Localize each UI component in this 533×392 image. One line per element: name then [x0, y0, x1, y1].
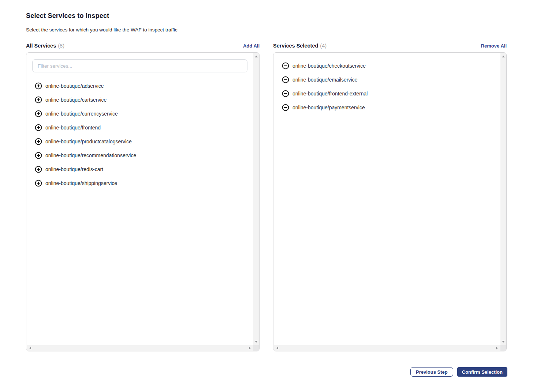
scroll-right-arrow-icon[interactable] [496, 347, 498, 350]
page-subtitle: Select the services for which you would … [26, 27, 507, 33]
all-services-title: All Services(8) [26, 43, 64, 49]
service-columns: All Services(8) Add All online-boutique/… [26, 43, 507, 351]
scroll-up-arrow-icon[interactable] [255, 56, 258, 57]
selected-services-column: Services Selected(4) Remove All online-b… [273, 43, 507, 351]
plus-circle-icon[interactable] [35, 152, 42, 159]
scroll-down-arrow-icon[interactable] [255, 341, 258, 343]
service-label: online-boutique/frontend [45, 125, 101, 131]
scrollbar-corner [253, 345, 259, 351]
service-label: online-boutique/emailservice [292, 77, 357, 83]
scroll-up-arrow-icon[interactable] [502, 56, 505, 57]
confirm-selection-button[interactable]: Confirm Selection [457, 367, 507, 377]
service-row[interactable]: online-boutique/productcatalogservice [26, 137, 254, 146]
minus-circle-icon[interactable] [282, 62, 289, 69]
all-services-vertical-scrollbar[interactable] [253, 53, 259, 345]
selected-services-horizontal-scrollbar[interactable] [274, 345, 500, 351]
previous-step-button[interactable]: Previous Step [410, 367, 453, 377]
service-row[interactable]: online-boutique/paymentservice [273, 103, 501, 112]
service-row[interactable]: online-boutique/checkoutservice [273, 61, 501, 70]
page-title: Select Services to Inspect [26, 12, 507, 20]
selected-services-title-text: Services Selected [273, 43, 318, 49]
selected-services-panel: online-boutique/checkoutservice online-b… [273, 52, 507, 351]
minus-circle-icon[interactable] [282, 90, 289, 97]
all-services-header: All Services(8) Add All [26, 43, 260, 49]
minus-circle-icon[interactable] [282, 104, 289, 111]
service-row[interactable]: online-boutique/frontend-external [273, 89, 501, 98]
service-label: online-boutique/redis-cart [45, 166, 103, 172]
plus-circle-icon[interactable] [35, 82, 42, 90]
service-row[interactable]: online-boutique/cartservice [26, 95, 254, 104]
service-label: online-boutique/recommendationservice [45, 152, 136, 158]
service-row[interactable]: online-boutique/redis-cart [26, 165, 254, 174]
all-services-panel-content: online-boutique/adservice online-boutiqu… [26, 53, 254, 346]
all-services-count: (8) [58, 43, 64, 49]
plus-circle-icon[interactable] [35, 166, 42, 173]
service-label: online-boutique/cartservice [45, 97, 107, 103]
scroll-left-arrow-icon[interactable] [29, 347, 31, 350]
plus-circle-icon[interactable] [35, 180, 42, 187]
scroll-left-arrow-icon[interactable] [276, 347, 278, 350]
all-services-column: All Services(8) Add All online-boutique/… [26, 43, 260, 351]
service-label: online-boutique/shippingservice [45, 180, 117, 186]
service-label: online-boutique/checkoutservice [292, 63, 366, 69]
service-row[interactable]: online-boutique/currencyservice [26, 109, 254, 118]
add-all-link[interactable]: Add All [243, 43, 260, 49]
service-row[interactable]: online-boutique/adservice [26, 82, 254, 90]
service-label: online-boutique/paymentservice [292, 105, 365, 110]
plus-circle-icon[interactable] [35, 96, 42, 103]
scrollbar-corner [500, 345, 506, 351]
selected-services-header: Services Selected(4) Remove All [273, 43, 507, 49]
selected-services-title: Services Selected(4) [273, 43, 327, 49]
selected-services-list: online-boutique/checkoutservice online-b… [273, 61, 501, 112]
scroll-right-arrow-icon[interactable] [249, 347, 251, 350]
service-label: online-boutique/currencyservice [45, 111, 118, 117]
waf-service-selection-page: Select Services to Inspect Select the se… [0, 0, 533, 392]
all-services-panel: online-boutique/adservice online-boutiqu… [26, 52, 260, 351]
service-row[interactable]: online-boutique/recommendationservice [26, 151, 254, 160]
selected-services-vertical-scrollbar[interactable] [500, 53, 506, 345]
minus-circle-icon[interactable] [282, 76, 289, 83]
filter-services-input[interactable] [32, 59, 247, 72]
all-services-title-text: All Services [26, 43, 56, 49]
remove-all-link[interactable]: Remove All [481, 43, 507, 49]
service-label: online-boutique/adservice [45, 83, 104, 89]
service-row[interactable]: online-boutique/shippingservice [26, 179, 254, 188]
service-label: online-boutique/frontend-external [292, 91, 368, 97]
all-services-list: online-boutique/adservice online-boutiqu… [26, 82, 254, 188]
selected-services-panel-content: online-boutique/checkoutservice online-b… [273, 53, 501, 346]
all-services-horizontal-scrollbar[interactable] [27, 345, 253, 351]
scroll-down-arrow-icon[interactable] [502, 341, 505, 343]
service-row[interactable]: online-boutique/emailservice [273, 75, 501, 84]
service-label: online-boutique/productcatalogservice [45, 139, 132, 144]
footer-actions: Previous Step Confirm Selection [410, 367, 507, 377]
plus-circle-icon[interactable] [35, 110, 42, 117]
selected-services-count: (4) [320, 43, 327, 49]
service-row[interactable]: online-boutique/frontend [26, 123, 254, 132]
plus-circle-icon[interactable] [35, 124, 42, 131]
plus-circle-icon[interactable] [35, 138, 42, 145]
